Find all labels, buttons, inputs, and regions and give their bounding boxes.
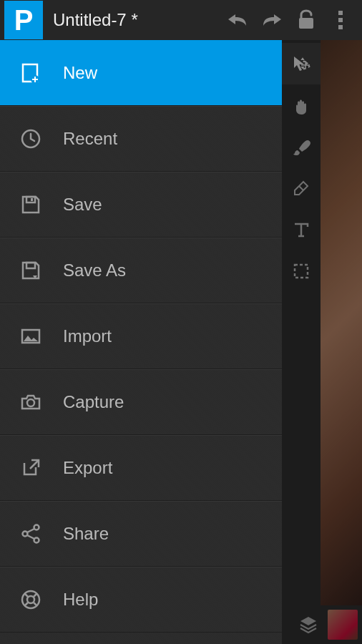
- new-doc-icon: [20, 62, 63, 84]
- document-title: Untitled-7 *: [53, 10, 138, 30]
- menu-label: Export: [63, 458, 112, 478]
- menu-item-save[interactable]: Save: [0, 172, 282, 238]
- share-icon: [20, 523, 63, 545]
- top-bar: P Untitled-7 *: [0, 0, 362, 40]
- help-icon: [20, 589, 63, 610]
- main-area: New Recent Save Save As: [0, 40, 362, 644]
- export-icon: [20, 457, 63, 479]
- right-panel: [282, 40, 362, 644]
- menu-item-recent[interactable]: Recent: [0, 106, 282, 172]
- menu-item-export[interactable]: Export: [0, 435, 282, 501]
- svg-rect-1: [338, 11, 343, 15]
- svg-point-11: [27, 399, 34, 406]
- app-logo[interactable]: P: [4, 1, 43, 39]
- svg-rect-2: [338, 18, 343, 22]
- clock-icon: [20, 128, 63, 150]
- canvas-area[interactable]: [321, 40, 362, 605]
- undo-icon: [227, 13, 248, 27]
- menu-item-share[interactable]: Share: [0, 501, 282, 567]
- menu-item-help[interactable]: Help: [0, 567, 282, 633]
- svg-rect-8: [31, 198, 33, 201]
- logo-letter: P: [14, 6, 34, 34]
- eraser-tool[interactable]: [282, 167, 321, 209]
- move-tool-icon: [291, 54, 311, 74]
- menu-item-import[interactable]: Import: [0, 303, 282, 369]
- unlock-icon: [297, 9, 315, 31]
- eraser-tool-icon: [292, 179, 310, 197]
- menu-label: Recent: [63, 129, 117, 149]
- overflow-menu-button[interactable]: [323, 3, 358, 37]
- menu-label: New: [63, 63, 97, 83]
- overflow-menu-icon: [338, 10, 343, 30]
- menu-label: Save As: [63, 260, 126, 280]
- brush-tool[interactable]: [282, 126, 321, 167]
- move-tool[interactable]: [282, 43, 321, 84]
- svg-rect-0: [299, 18, 313, 29]
- menu-item-new[interactable]: New: [0, 40, 282, 106]
- hand-tool[interactable]: [282, 84, 321, 126]
- save-as-icon: [20, 260, 63, 281]
- text-tool[interactable]: [282, 209, 321, 250]
- menu-label: Save: [63, 195, 102, 215]
- menu-item-save-as[interactable]: Save As: [0, 238, 282, 303]
- svg-point-16: [27, 596, 34, 603]
- svg-point-14: [34, 538, 39, 543]
- menu-label: Import: [63, 326, 112, 346]
- svg-point-13: [23, 532, 28, 537]
- redo-button[interactable]: [255, 3, 289, 37]
- drawer-menu: New Recent Save Save As: [0, 40, 282, 644]
- marquee-tool[interactable]: [282, 250, 321, 292]
- menu-item-capture[interactable]: Capture: [0, 369, 282, 435]
- image-icon: [20, 326, 63, 347]
- svg-rect-3: [338, 25, 343, 29]
- svg-point-12: [34, 525, 39, 530]
- svg-rect-9: [26, 263, 35, 268]
- save-icon: [20, 194, 63, 215]
- camera-icon: [20, 391, 63, 413]
- layers-icon: [298, 614, 319, 635]
- svg-rect-17: [295, 265, 308, 278]
- redo-icon: [261, 13, 283, 27]
- layers-button[interactable]: [298, 614, 319, 635]
- brush-tool-icon: [292, 137, 310, 156]
- hand-tool-icon: [292, 96, 310, 114]
- bottom-bar: [282, 605, 362, 644]
- menu-label: Help: [63, 590, 98, 610]
- tool-column: [282, 40, 321, 605]
- text-tool-icon: [292, 220, 310, 239]
- menu-label: Share: [63, 524, 109, 544]
- lock-button[interactable]: [289, 3, 323, 37]
- layer-thumbnail[interactable]: [328, 610, 358, 640]
- marquee-tool-icon: [293, 263, 310, 280]
- undo-button[interactable]: [220, 3, 255, 37]
- menu-label: Capture: [63, 392, 124, 412]
